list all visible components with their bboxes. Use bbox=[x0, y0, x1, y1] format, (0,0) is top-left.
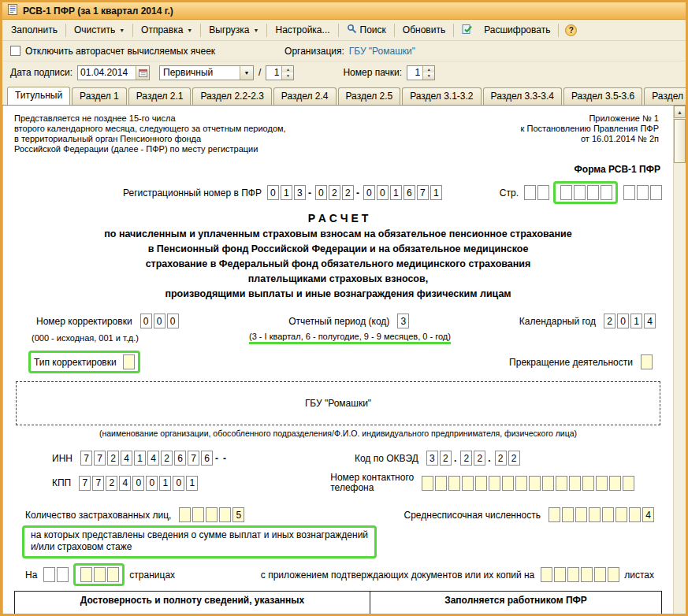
tab-section-4[interactable]: Раздел 4 bbox=[644, 87, 686, 105]
form-cell[interactable] bbox=[542, 476, 554, 491]
form-cell[interactable]: 2 bbox=[474, 451, 485, 466]
tab-titulny[interactable]: Титульный bbox=[7, 87, 70, 106]
form-cell[interactable]: 4 bbox=[121, 451, 132, 466]
form-cell[interactable]: 0 bbox=[154, 314, 165, 328]
form-cell[interactable] bbox=[650, 185, 662, 200]
autocalc-checkbox[interactable] bbox=[10, 46, 20, 56]
search-button[interactable]: Поиск bbox=[342, 21, 391, 39]
form-cell[interactable] bbox=[589, 507, 601, 522]
form-cell[interactable]: 2 bbox=[604, 314, 615, 328]
form-cell[interactable] bbox=[601, 185, 612, 200]
form-cell[interactable]: 0 bbox=[173, 476, 184, 491]
form-cell[interactable]: 2 bbox=[342, 185, 354, 200]
form-cell[interactable] bbox=[549, 507, 560, 522]
form-cell[interactable] bbox=[554, 567, 566, 582]
form-cell[interactable] bbox=[623, 476, 634, 491]
spin-up-icon[interactable]: ▲ bbox=[423, 66, 434, 73]
form-cell[interactable]: 1 bbox=[186, 476, 198, 491]
form-cell[interactable] bbox=[641, 354, 653, 369]
fill-button[interactable]: Заполнить bbox=[6, 22, 62, 38]
send-button[interactable]: Отправка▼ bbox=[136, 22, 197, 38]
form-cell[interactable] bbox=[107, 567, 119, 582]
form-cell[interactable]: 0 bbox=[132, 476, 144, 491]
form-cell[interactable] bbox=[609, 476, 621, 491]
form-cell[interactable] bbox=[219, 507, 231, 522]
form-cell[interactable]: 7 bbox=[79, 476, 91, 491]
scrollbar-thumb[interactable] bbox=[674, 119, 686, 163]
form-cell[interactable] bbox=[608, 567, 619, 582]
form-cell[interactable]: 3 bbox=[294, 185, 306, 200]
form-cell[interactable]: 2 bbox=[508, 451, 520, 466]
form-cell[interactable]: 6 bbox=[201, 451, 213, 466]
form-cell[interactable]: 2 bbox=[161, 451, 173, 466]
form-cell[interactable] bbox=[615, 507, 627, 522]
form-cell[interactable] bbox=[80, 567, 92, 582]
tab-section-2-5[interactable]: Раздел 2.5 bbox=[338, 87, 401, 105]
form-cell[interactable]: 0 bbox=[363, 185, 375, 200]
form-cell[interactable] bbox=[556, 476, 567, 491]
form-cell[interactable] bbox=[541, 567, 552, 582]
form-cell[interactable] bbox=[582, 476, 594, 491]
form-cell[interactable]: 3 bbox=[397, 314, 409, 328]
form-cell[interactable]: 6 bbox=[174, 451, 186, 466]
pack-number-stepper[interactable]: 1 ▲▼ bbox=[407, 65, 435, 80]
form-cell[interactable]: 0 bbox=[267, 185, 279, 200]
form-cell[interactable]: 1 bbox=[630, 314, 642, 328]
spin-up-icon[interactable]: ▲ bbox=[282, 66, 293, 73]
form-cell[interactable] bbox=[537, 185, 549, 200]
form-cell[interactable]: 2 bbox=[495, 451, 507, 466]
form-cell[interactable]: 7 bbox=[80, 451, 92, 466]
form-cell[interactable] bbox=[502, 476, 514, 491]
form-cell[interactable]: 2 bbox=[440, 451, 452, 466]
form-cell[interactable] bbox=[629, 507, 641, 522]
upload-button[interactable]: Выгрузка▼ bbox=[204, 22, 263, 38]
calendar-icon[interactable] bbox=[136, 66, 149, 80]
form-cell[interactable] bbox=[462, 476, 474, 491]
form-cell[interactable]: 4 bbox=[642, 507, 654, 522]
scroll-up-icon[interactable]: ▲ bbox=[674, 106, 686, 118]
form-cell[interactable]: 5 bbox=[232, 507, 244, 522]
form-cell[interactable] bbox=[560, 185, 572, 200]
sign-date-input[interactable]: 01.04.2014 bbox=[77, 65, 150, 80]
spinner-buttons[interactable]: ▲▼ bbox=[422, 66, 434, 80]
form-cell[interactable]: 1 bbox=[134, 451, 146, 466]
form-cell[interactable] bbox=[529, 476, 541, 491]
tab-section-2-1[interactable]: Раздел 2.1 bbox=[128, 87, 192, 105]
form-cell[interactable]: 0 bbox=[146, 476, 158, 491]
form-cell[interactable]: 2 bbox=[107, 451, 119, 466]
revision-stepper[interactable]: 1 ▲▼ bbox=[266, 65, 294, 80]
tab-section-3-1-3-2[interactable]: Раздел 3.1-3.2 bbox=[402, 87, 481, 105]
spin-down-icon[interactable]: ▼ bbox=[423, 72, 434, 80]
form-cell[interactable] bbox=[581, 567, 593, 582]
form-cell[interactable] bbox=[57, 567, 69, 582]
form-cell[interactable] bbox=[623, 185, 635, 200]
form-cell[interactable]: 0 bbox=[377, 185, 389, 200]
form-cell[interactable] bbox=[435, 476, 447, 491]
settings-button[interactable]: Настройка... bbox=[270, 22, 334, 38]
form-cell[interactable]: 7 bbox=[417, 185, 429, 200]
organization-value[interactable]: ГБУ "Ромашки" bbox=[349, 46, 415, 57]
form-cell[interactable]: 6 bbox=[404, 185, 415, 200]
spinner-buttons[interactable]: ▲▼ bbox=[281, 66, 293, 80]
spin-down-icon[interactable]: ▼ bbox=[282, 72, 293, 80]
form-cell[interactable] bbox=[567, 567, 579, 582]
form-cell[interactable]: 4 bbox=[119, 476, 131, 491]
clear-button[interactable]: Очистить▼ bbox=[69, 22, 129, 38]
tab-section-3-5-3-6[interactable]: Раздел 3.5-3.6 bbox=[563, 87, 642, 105]
form-cell[interactable] bbox=[637, 185, 649, 200]
form-cell[interactable] bbox=[448, 476, 460, 491]
form-cell[interactable] bbox=[489, 476, 500, 491]
form-cell[interactable] bbox=[575, 507, 587, 522]
vertical-scrollbar[interactable]: ▲ bbox=[673, 106, 686, 614]
form-cell[interactable]: 2 bbox=[460, 451, 472, 466]
verify-upload-icon-button[interactable] bbox=[457, 21, 478, 39]
form-cell[interactable]: 0 bbox=[617, 314, 629, 328]
form-cell[interactable]: 1 bbox=[281, 185, 292, 200]
form-cell[interactable] bbox=[94, 567, 106, 582]
form-cell[interactable] bbox=[43, 567, 55, 582]
form-cell[interactable]: 7 bbox=[92, 476, 104, 491]
form-cell[interactable] bbox=[574, 185, 586, 200]
form-cell[interactable]: 0 bbox=[140, 314, 152, 328]
form-cell[interactable]: 1 bbox=[390, 185, 402, 200]
form-cell[interactable] bbox=[206, 507, 218, 522]
